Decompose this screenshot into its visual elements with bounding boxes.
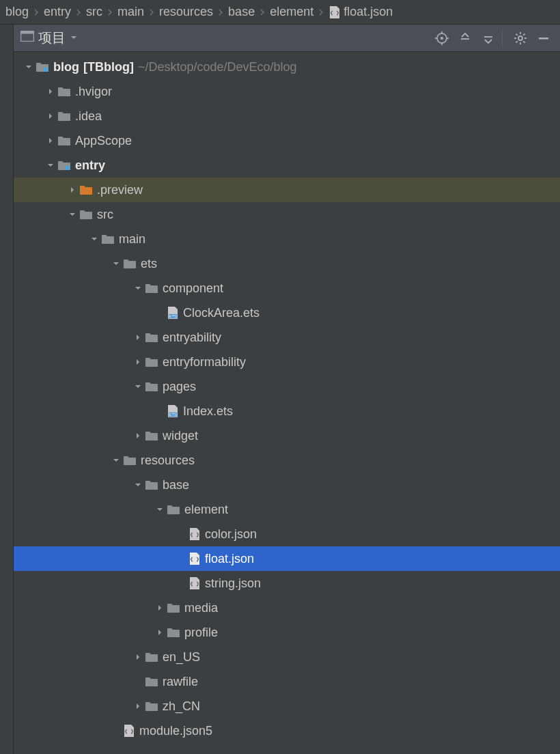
- chevron-right-icon[interactable]: [131, 333, 145, 341]
- project-tree[interactable]: blog[TBblog]~/Desktop/code/DevEco/blog.h…: [14, 52, 560, 754]
- folder-icon: [145, 381, 158, 392]
- chevron-down-icon[interactable]: [44, 161, 57, 169]
- tree-label: .hvigor: [75, 85, 112, 99]
- breadcrumb-item[interactable]: main: [115, 5, 147, 19]
- chevron-down-icon[interactable]: [131, 481, 145, 489]
- tree-label: float.json: [205, 552, 254, 566]
- collapse-all-icon[interactable]: [479, 29, 498, 48]
- breadcrumb-item[interactable]: entry: [41, 5, 74, 19]
- tree-row[interactable]: media: [14, 596, 560, 620]
- svg-point-3: [440, 37, 443, 40]
- chevron-down-icon[interactable]: [109, 456, 123, 464]
- project-pane-header: 项目: [14, 25, 560, 52]
- folder-icon: [123, 258, 137, 269]
- tree-label: profile: [184, 626, 218, 640]
- tree-row[interactable]: entryability: [14, 325, 560, 350]
- chevron-right-icon[interactable]: [44, 87, 57, 96]
- window-icon: [20, 31, 34, 45]
- tree-row[interactable]: rawfile: [14, 669, 560, 694]
- tree-row[interactable]: AppScope: [14, 128, 560, 153]
- breadcrumb-item[interactable]: src: [83, 5, 105, 19]
- locate-icon[interactable]: [432, 29, 451, 48]
- tree-row[interactable]: entryformability: [14, 350, 560, 374]
- tree-row[interactable]: string.json: [14, 571, 560, 596]
- folder-icon: [145, 701, 158, 712]
- svg-line-16: [523, 41, 524, 42]
- chevron-right-icon: [105, 8, 115, 16]
- project-view-selector[interactable]: 项目: [20, 29, 78, 47]
- chevron-down-icon[interactable]: [109, 260, 123, 268]
- svg-rect-21: [66, 166, 70, 170]
- tree-row[interactable]: color.json: [14, 522, 560, 546]
- expand-all-icon[interactable]: [456, 29, 475, 48]
- chevron-down-icon[interactable]: [131, 382, 145, 391]
- tree-row[interactable]: element: [14, 497, 560, 522]
- tree-row[interactable]: entry: [14, 153, 560, 178]
- tree-row[interactable]: float.json: [14, 546, 560, 571]
- tree-label: media: [184, 601, 218, 615]
- tree-row[interactable]: .idea: [14, 104, 560, 128]
- tree-row[interactable]: pages: [14, 374, 560, 399]
- breadcrumb-item[interactable]: blog: [3, 5, 31, 19]
- chevron-down-icon[interactable]: [87, 235, 101, 243]
- tree-row[interactable]: en_US: [14, 645, 560, 669]
- chevron-right-icon[interactable]: [153, 604, 167, 612]
- tree-row[interactable]: .preview: [14, 178, 560, 202]
- breadcrumb-label: base: [228, 5, 255, 19]
- svg-point-10: [518, 36, 522, 40]
- folder-icon: [145, 676, 158, 687]
- breadcrumb-item[interactable]: element: [267, 5, 316, 19]
- tree-label: .preview: [97, 183, 143, 197]
- tree-label: rawfile: [163, 675, 198, 689]
- tree-row[interactable]: .hvigor: [14, 79, 560, 104]
- hide-icon[interactable]: [534, 29, 553, 48]
- gear-icon[interactable]: [511, 29, 530, 48]
- breadcrumb-item[interactable]: float.json: [326, 5, 395, 19]
- tree-label: .idea: [75, 109, 102, 124]
- tree-row[interactable]: ETSIndex.ets: [14, 399, 560, 423]
- chevron-right-icon[interactable]: [131, 653, 145, 661]
- tree-row-root[interactable]: blog[TBblog]~/Desktop/code/DevEco/blog: [14, 55, 560, 79]
- folder-icon: [145, 283, 158, 294]
- svg-text:ETS: ETS: [169, 413, 177, 417]
- chevron-down-icon[interactable]: [131, 284, 145, 292]
- json-icon: [188, 527, 201, 541]
- json-icon: [188, 576, 201, 590]
- tree-label: main: [119, 232, 145, 247]
- chevron-down-icon[interactable]: [22, 63, 36, 71]
- chevron-right-icon[interactable]: [153, 628, 167, 637]
- chevron-right-icon: [316, 8, 326, 16]
- tree-row[interactable]: ETSClockArea.ets: [14, 301, 560, 325]
- chevron-right-icon[interactable]: [131, 358, 145, 366]
- tree-row[interactable]: base: [14, 473, 560, 497]
- folder-icon: [57, 111, 71, 122]
- chevron-right-icon[interactable]: [131, 432, 145, 440]
- tree-row[interactable]: module.json5: [14, 718, 560, 743]
- json-icon: [328, 5, 341, 19]
- left-gutter: [0, 25, 14, 754]
- tree-row[interactable]: component: [14, 276, 560, 301]
- tree-row[interactable]: widget: [14, 423, 560, 448]
- tree-row[interactable]: main: [14, 227, 560, 251]
- chevron-down-icon[interactable]: [66, 210, 79, 219]
- breadcrumb-item[interactable]: base: [225, 5, 257, 19]
- chevron-right-icon[interactable]: [66, 186, 79, 194]
- chevron-right-icon[interactable]: [44, 112, 57, 120]
- chevron-right-icon: [147, 8, 156, 16]
- breadcrumb-label: float.json: [344, 5, 393, 19]
- project-icon: [36, 61, 49, 72]
- folder-icon: [145, 357, 158, 367]
- chevron-right-icon[interactable]: [131, 702, 145, 710]
- tree-row[interactable]: src: [14, 202, 560, 227]
- svg-rect-19: [539, 38, 548, 40]
- main-area: 项目 blog[TBblog]~/Des: [0, 25, 560, 754]
- tree-row[interactable]: resources: [14, 448, 560, 473]
- tree-label: entry: [75, 158, 105, 173]
- svg-rect-20: [44, 68, 48, 72]
- tree-row[interactable]: zh_CN: [14, 694, 560, 718]
- chevron-down-icon[interactable]: [153, 505, 167, 514]
- breadcrumb-item[interactable]: resources: [156, 5, 216, 19]
- tree-row[interactable]: ets: [14, 251, 560, 276]
- chevron-right-icon[interactable]: [44, 137, 57, 145]
- tree-row[interactable]: profile: [14, 620, 560, 645]
